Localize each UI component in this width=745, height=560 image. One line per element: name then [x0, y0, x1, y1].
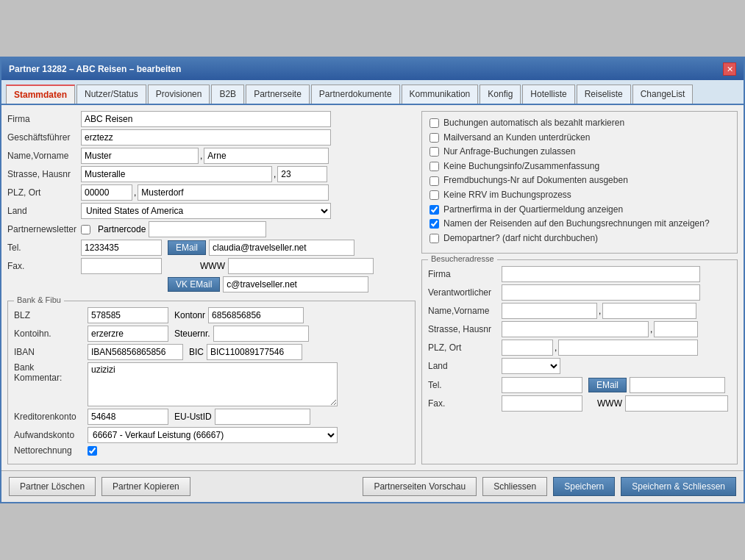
ort-input[interactable]: [138, 184, 329, 201]
name-first-input[interactable]: [204, 148, 329, 164]
b-verantwortlicher-input[interactable]: [502, 284, 700, 301]
tab-provisionen[interactable]: Provisionen: [148, 85, 210, 104]
steuernr-input[interactable]: [213, 326, 309, 342]
besucheradresse-title: Besucheradresse: [428, 254, 497, 263]
bic-input[interactable]: [207, 344, 302, 360]
b-strasse-row: Strasse, Hausnr ,: [428, 321, 731, 337]
b-strasse-input[interactable]: [502, 321, 649, 337]
kontoinh-input[interactable]: [88, 326, 168, 342]
b-name-first-input[interactable]: [602, 303, 696, 319]
kontoinh-row: Kontoihn. Steuernr.: [14, 326, 409, 342]
b-firma-input[interactable]: [502, 266, 700, 282]
reisende-checkbox[interactable]: [429, 219, 439, 229]
iban-input[interactable]: [88, 344, 183, 360]
main-window: Partner 13282 – ABC Reisen – bearbeiten …: [0, 57, 745, 503]
aufwandskonto-select[interactable]: 66667 - Verkauf Leistung (66667): [88, 427, 338, 443]
nettorechnung-label: Nettorechnung: [14, 445, 88, 456]
checkbox-row-3: Nur Anfrage-Buchungen zulassen: [429, 146, 730, 158]
demopartner-label: Demopartner? (darf nicht durchbuchen): [443, 233, 598, 245]
tab-partnerdokumente[interactable]: Partnerdokumente: [311, 85, 400, 104]
vk-email-input[interactable]: [223, 276, 368, 292]
speichern-button[interactable]: Speichern: [553, 477, 615, 496]
b-plz-input[interactable]: [502, 340, 553, 356]
fremdbuchungs-checkbox[interactable]: [429, 176, 439, 186]
checkbox-row-8: Namen der Reisenden auf den Buchungsrech…: [429, 218, 730, 230]
bank-kommentar-row: Bank Kommentar: uzizizi: [14, 362, 409, 406]
partner-loeschen-button[interactable]: Partner Löschen: [9, 477, 96, 496]
strasse-input[interactable]: [81, 166, 272, 182]
rrv-label: Keine RRV im Buchungsprozess: [443, 190, 571, 201]
buchungsinfo-checkbox[interactable]: [429, 162, 439, 171]
checkbox-row-2: Mailversand an Kunden unterdrücken: [429, 132, 730, 144]
b-www-input[interactable]: [625, 395, 728, 412]
content-area: Firma Geschäftsführer Name,Vorname , Str…: [1, 105, 744, 470]
bank-kommentar-textarea[interactable]: uzizizi: [88, 362, 338, 406]
partnercode-input[interactable]: [149, 221, 266, 237]
strasse-row: Strasse, Hausnr ,: [7, 166, 416, 182]
tel-row: Tel. EMail: [7, 240, 416, 256]
plz-input[interactable]: [81, 184, 132, 201]
tab-b2b[interactable]: B2B: [211, 85, 244, 104]
speichern-schliessen-button[interactable]: Speichern & Schliessen: [621, 477, 736, 496]
kreditorenkonto-input[interactable]: [88, 409, 168, 425]
checkbox-row-1: Buchungen automatisch als bezahlt markie…: [429, 118, 730, 129]
b-email-input[interactable]: [630, 377, 725, 393]
schliessen-button[interactable]: Schliessen: [482, 477, 547, 496]
b-www-label: WWW: [597, 398, 622, 409]
tab-nutzerstatus[interactable]: Nutzer/Status: [76, 85, 146, 104]
nettorechnung-checkbox[interactable]: [88, 446, 97, 456]
quartiermeldung-checkbox[interactable]: [429, 205, 439, 215]
anfrage-buchungen-checkbox[interactable]: [429, 147, 439, 157]
fax-input[interactable]: [81, 258, 162, 274]
tab-kommunikation[interactable]: Kommunikation: [402, 85, 479, 104]
tab-konfig[interactable]: Konfig: [480, 85, 521, 104]
tab-hotelliste[interactable]: Hotelliste: [522, 85, 574, 104]
b-hausnr-input[interactable]: [654, 321, 698, 337]
demopartner-checkbox[interactable]: [429, 234, 439, 243]
rrv-checkbox[interactable]: [429, 190, 439, 200]
plz-label: PLZ, Ort: [7, 187, 81, 198]
auto-bezahlt-checkbox[interactable]: [429, 118, 439, 128]
b-tel-input[interactable]: [502, 377, 582, 393]
left-panel: Firma Geschäftsführer Name,Vorname , Str…: [7, 111, 416, 464]
tab-stammdaten[interactable]: Stammdaten: [6, 85, 75, 104]
tel-input[interactable]: [81, 240, 162, 256]
firma-label: Firma: [7, 114, 81, 124]
eu-ustid-input[interactable]: [215, 409, 310, 425]
email-button[interactable]: EMail: [168, 240, 206, 255]
b-name-last-input[interactable]: [502, 303, 597, 319]
b-fax-label: Fax.: [428, 398, 502, 409]
vk-email-button[interactable]: VK EMail: [168, 277, 220, 292]
mailversand-checkbox[interactable]: [429, 133, 439, 143]
partnernewsletter-checkbox[interactable]: [81, 225, 90, 234]
email-input[interactable]: [209, 240, 354, 256]
land-select[interactable]: United States of America: [81, 203, 331, 219]
kontonr-input[interactable]: [208, 307, 304, 323]
tab-reiseliste[interactable]: Reiseliste: [577, 85, 631, 104]
b-fax-input[interactable]: [502, 395, 582, 412]
checkbox-row-4: Keine Buchungsinfo/Zusammenfassung: [429, 161, 730, 173]
partnerseiten-vorschau-button[interactable]: Partnerseiten Vorschau: [363, 477, 477, 496]
b-email-button[interactable]: EMail: [588, 378, 627, 392]
b-land-label: Land: [428, 361, 502, 371]
close-window-button[interactable]: ✕: [723, 62, 736, 76]
checkboxes-area: Buchungen automatisch als bezahlt markie…: [421, 111, 738, 254]
plz-row: PLZ, Ort ,: [7, 184, 416, 201]
aufwandskonto-row: Aufwandskonto 66667 - Verkauf Leistung (…: [14, 427, 409, 443]
tab-partnerseite[interactable]: Partnerseite: [246, 85, 310, 104]
blz-input[interactable]: [88, 307, 168, 323]
partnercode-label: Partnercode: [98, 224, 146, 234]
b-land-select[interactable]: [502, 358, 560, 374]
geschaeftsfuehrer-input[interactable]: [81, 129, 331, 146]
b-ort-input[interactable]: [558, 340, 698, 356]
hausnr-input[interactable]: [277, 166, 327, 182]
name-last-input[interactable]: [81, 148, 199, 164]
tab-changelist[interactable]: ChangeList: [632, 85, 694, 104]
geschaeftsfuehrer-row: Geschäftsführer: [7, 129, 416, 146]
firma-input[interactable]: [81, 111, 331, 127]
b-strasse-comma: ,: [650, 324, 652, 334]
footer-left-buttons: Partner Löschen Partner Kopieren: [9, 477, 190, 496]
firma-row: Firma: [7, 111, 416, 127]
www-input[interactable]: [228, 258, 374, 274]
partner-kopieren-button[interactable]: Partner Kopieren: [101, 477, 190, 496]
